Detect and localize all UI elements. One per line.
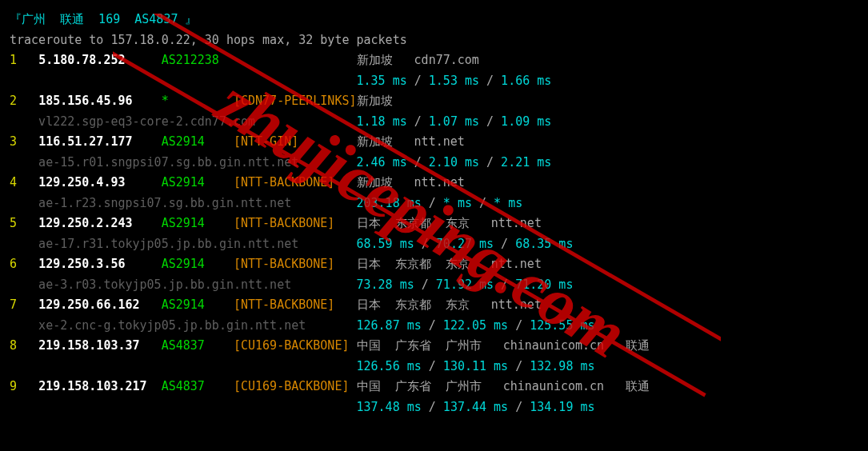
hop-row: 3 116.51.27.177 AS2914 [NTT-GIN] 新加坡 ntt…	[10, 132, 858, 153]
hop-detail: ae-1.r23.sngpsi07.sg.bb.gin.ntt.net 203.…	[10, 194, 858, 214]
hop-t2: 71.92 ms	[436, 277, 494, 292]
hop-location: 日本 东京都 东京 ntt.net	[357, 216, 542, 230]
hop-row: 2 185.156.45.96 * [CDN77-PEERLINKS]新加坡	[10, 91, 858, 112]
hop-t1: 2.46 ms	[356, 155, 406, 170]
hop-row: 6 129.250.3.56 AS2914 [NTT-BACKBONE] 日本 …	[10, 254, 858, 275]
traceroute-cmd: traceroute to 157.18.0.22, 30 hops max, …	[10, 30, 858, 51]
hop-t3: 125.55 ms	[530, 318, 594, 333]
hop-ip: 219.158.103.37	[38, 338, 162, 353]
hop-number: 4	[10, 175, 38, 190]
hop-t3: 68.35 ms	[515, 237, 573, 251]
hop-t2: 1.53 ms	[429, 74, 479, 88]
hop-asn: AS2914	[162, 216, 234, 230]
hop-t3: 1.66 ms	[501, 74, 551, 88]
hop-number: 8	[10, 338, 38, 353]
hop-detail: ae-3.r03.tokyjp05.jp.bb.gin.ntt.net 73.2…	[10, 275, 858, 296]
hop-number: 6	[10, 257, 38, 271]
hop-rdns: ae-15.r01.sngpsi07.sg.bb.gin.ntt.net	[10, 155, 356, 170]
hop-row: 7 129.250.66.162 AS2914 [NTT-BACKBONE] 日…	[10, 295, 858, 316]
hop-location: 新加坡 ntt.net	[357, 134, 465, 149]
hop-row: 5 129.250.2.243 AS2914 [NTT-BACKBONE] 日本…	[10, 214, 858, 234]
hop-number: 3	[10, 134, 38, 149]
hop-asn: AS4837	[162, 338, 234, 353]
hop-rdns: ae-1.r23.sngpsi07.sg.bb.gin.ntt.net	[10, 196, 356, 210]
hop-location: 新加坡 ntt.net	[357, 175, 465, 190]
hop-t1: 1.35 ms	[356, 74, 406, 88]
hop-ip: 129.250.66.162	[38, 297, 162, 312]
hop-detail: 126.56 ms / 130.11 ms / 132.98 ms	[10, 357, 858, 377]
hop-location: 新加坡	[357, 94, 393, 108]
hop-t2: 122.05 ms	[443, 318, 508, 333]
hop-tag	[234, 53, 357, 67]
hop-t1: 126.87 ms	[356, 318, 421, 333]
hop-ip: 219.158.103.217	[38, 379, 162, 393]
hop-row: 8 219.158.103.37 AS4837 [CU169-BACKBONE]…	[10, 336, 858, 357]
hop-location: 中国 广东省 广州市 chinaunicom.cn 联通	[357, 338, 650, 353]
hop-t3: 71.20 ms	[515, 277, 573, 292]
hop-asn: *	[162, 94, 234, 108]
hop-location: 新加坡 cdn77.com	[357, 53, 479, 67]
hop-detail: ae-15.r01.sngpsi07.sg.bb.gin.ntt.net 2.4…	[10, 153, 858, 174]
hop-t1: 203.18 ms	[356, 196, 421, 210]
hop-t2: 137.44 ms	[443, 400, 508, 414]
hop-t1: 126.56 ms	[356, 359, 421, 373]
hop-t3: * ms	[494, 196, 522, 210]
hop-number: 1	[10, 53, 38, 67]
hop-location: 中国 广东省 广州市 chinaunicom.cn 联通	[357, 379, 650, 393]
hop-rdns: ae-3.r03.tokyjp05.jp.bb.gin.ntt.net	[10, 277, 356, 292]
hop-tag: [CU169-BACKBONE]	[234, 379, 357, 393]
hop-detail: ae-17.r31.tokyjp05.jp.bb.gin.ntt.net 68.…	[10, 234, 858, 255]
terminal-output: 『广州 联通 169 AS4837 』 traceroute to 157.18…	[10, 10, 858, 417]
hop-tag: [NTT-BACKBONE]	[234, 257, 357, 271]
hop-number: 2	[10, 94, 38, 108]
hop-t1: 1.18 ms	[356, 114, 406, 129]
hop-location: 日本 东京都 东京 ntt.net	[357, 257, 542, 271]
hop-t3: 1.09 ms	[501, 114, 551, 129]
hop-detail: 1.35 ms / 1.53 ms / 1.66 ms	[10, 71, 858, 92]
hop-t3: 132.98 ms	[530, 359, 594, 373]
hop-asn: AS2914	[162, 175, 234, 190]
hop-asn: AS4837	[162, 379, 234, 393]
hop-location: 日本 东京都 东京 ntt.net	[357, 297, 542, 312]
hop-number: 7	[10, 297, 38, 312]
hop-detail: vl222.sgp-eq3-core-2.cdn77.com 1.18 ms /…	[10, 112, 858, 133]
hop-tag: [CU169-BACKBONE]	[234, 338, 357, 353]
hop-tag: [NTT-BACKBONE]	[234, 175, 357, 190]
hop-ip: 185.156.45.96	[38, 94, 162, 108]
hop-rdns: xe-2.cnc-g.tokyjp05.jp.bb.gin.ntt.net	[10, 318, 356, 333]
hop-number: 5	[10, 216, 38, 230]
hop-t2: 130.11 ms	[443, 359, 508, 373]
hop-t3: 134.19 ms	[530, 400, 594, 414]
hop-ip: 129.250.4.93	[38, 175, 162, 190]
hop-ip: 5.180.78.252	[38, 53, 162, 67]
hop-number: 9	[10, 379, 38, 393]
route-header: 『广州 联通 169 AS4837 』	[10, 10, 858, 30]
hop-asn: AS2914	[162, 134, 234, 149]
hop-ip: 129.250.2.243	[38, 216, 162, 230]
hop-t2: 1.07 ms	[429, 114, 479, 129]
hop-t3: 2.21 ms	[501, 155, 551, 170]
hop-t2: 70.27 ms	[436, 237, 494, 251]
hop-tag: [CDN77-PEERLINKS]	[234, 94, 357, 108]
hop-asn: AS2914	[162, 297, 234, 312]
hop-tag: [NTT-BACKBONE]	[234, 297, 357, 312]
hop-row: 9 219.158.103.217 AS4837 [CU169-BACKBONE…	[10, 377, 858, 397]
hop-ip: 129.250.3.56	[38, 257, 162, 271]
hop-detail: 137.48 ms / 137.44 ms / 134.19 ms	[10, 397, 858, 418]
hop-detail: xe-2.cnc-g.tokyjp05.jp.bb.gin.ntt.net 12…	[10, 316, 858, 337]
hop-rdns: vl222.sgp-eq3-core-2.cdn77.com	[10, 114, 356, 129]
hop-row: 4 129.250.4.93 AS2914 [NTT-BACKBONE] 新加坡…	[10, 173, 858, 194]
hop-ip: 116.51.27.177	[38, 134, 162, 149]
hop-row: 1 5.180.78.252 AS212238 新加坡 cdn77.com	[10, 50, 858, 71]
hop-rdns: ae-17.r31.tokyjp05.jp.bb.gin.ntt.net	[10, 237, 356, 251]
hop-t1: 68.59 ms	[356, 237, 414, 251]
hop-asn: AS212238	[162, 53, 234, 67]
hop-asn: AS2914	[162, 257, 234, 271]
hop-t1: 73.28 ms	[356, 277, 414, 292]
hop-t2: * ms	[443, 196, 472, 210]
hop-t2: 2.10 ms	[429, 155, 479, 170]
hop-t1: 137.48 ms	[356, 400, 421, 414]
hop-tag: [NTT-GIN]	[234, 134, 357, 149]
hop-tag: [NTT-BACKBONE]	[234, 216, 357, 230]
